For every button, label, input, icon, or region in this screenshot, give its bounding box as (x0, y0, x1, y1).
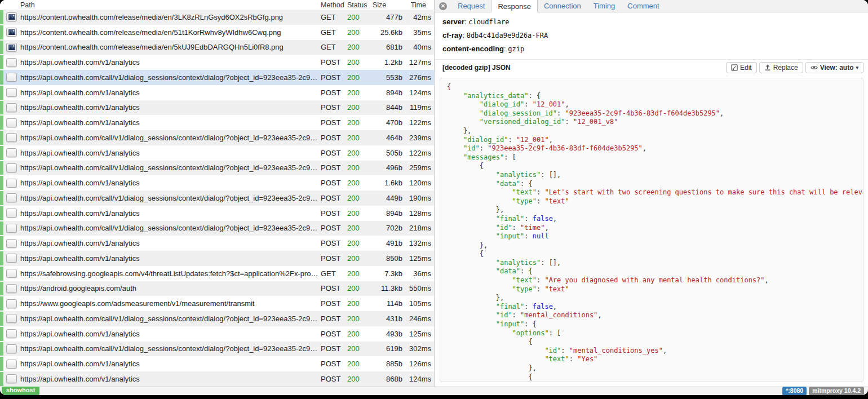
flow-row[interactable]: https://api.owhealth.com/v1/analyticsPOS… (0, 251, 434, 266)
flow-row[interactable]: https://api.owhealth.com/call/v1/dialog_… (0, 130, 434, 145)
decoded-content-label: [decoded gzip] JSON (442, 64, 724, 72)
screenshot-bottom-edge (0, 395, 868, 399)
flow-row[interactable]: https://android.googleapis.com/authPOST2… (0, 281, 434, 296)
flow-row[interactable]: https://content.owhealth.com/release/med… (0, 25, 434, 40)
header-name: server (442, 17, 464, 26)
json-line: "final": false, (447, 303, 856, 312)
flow-method: POST (321, 375, 347, 383)
flow-row[interactable]: https://api.owhealth.com/call/v1/dialog_… (0, 70, 434, 85)
json-line: "dialog_session_id": "923eea35-2c9f-4b36… (447, 109, 856, 118)
document-icon (6, 269, 17, 278)
view-mode-button[interactable]: View: auto ▾ (805, 62, 863, 73)
main-area: Path Method Status Size Time https://con… (0, 0, 868, 387)
flow-marker (0, 55, 3, 69)
response-body-json[interactable]: { "analytics_data": { "dialog_id": "12_0… (440, 78, 863, 382)
document-icon (6, 179, 17, 188)
tab-request[interactable]: Request (451, 0, 491, 12)
flow-list[interactable]: https://content.owhealth.com/release/med… (0, 10, 434, 387)
flow-size: 477b (371, 13, 402, 21)
flow-size: 449b (371, 194, 402, 202)
document-icon (6, 193, 17, 202)
flow-status: 200 (347, 13, 371, 21)
flow-row[interactable]: https://api.owhealth.com/v1/analyticsPOS… (0, 326, 434, 342)
flow-marker (0, 342, 3, 356)
flow-row[interactable]: https://content.owhealth.com/release/med… (0, 40, 434, 55)
json-line: "analytics": [], (447, 259, 856, 268)
flow-row[interactable]: https://api.owhealth.com/v1/analyticsPOS… (0, 175, 434, 190)
flow-path: https://api.owhealth.com/v1/analytics (20, 58, 321, 66)
flow-row[interactable]: https://api.owhealth.com/v1/analyticsPOS… (0, 55, 434, 70)
json-line: "final": false, (447, 215, 856, 224)
tab-comment[interactable]: Comment (621, 0, 665, 12)
flow-row[interactable]: https://api.owhealth.com/call/v1/dialog_… (0, 221, 434, 236)
flow-time: 246ms (402, 314, 434, 323)
flow-time: 124ms (402, 88, 434, 97)
flow-path: https://api.owhealth.com/v1/analytics (20, 88, 321, 97)
json-line: "input": { (447, 320, 856, 329)
flow-row[interactable]: https://api.owhealth.com/v1/analyticsPOS… (0, 115, 434, 130)
flow-path: https://api.owhealth.com/v1/analytics (20, 149, 321, 157)
column-header-method: Method (321, 1, 347, 9)
mitmweb-window: Path Method Status Size Time https://con… (0, 0, 868, 395)
flow-status: 200 (347, 73, 371, 82)
flow-row[interactable]: https://safebrowsing.googleapis.com/v4/t… (0, 266, 434, 281)
response-header-line: content-encoding: gzip (442, 45, 860, 53)
flow-path: https://api.owhealth.com/v1/analytics (20, 375, 321, 383)
flow-row[interactable]: https://api.owhealth.com/call/v1/dialog_… (0, 311, 434, 326)
tab-response[interactable]: Response (491, 0, 538, 12)
flow-time: 35ms (402, 28, 434, 37)
flow-row[interactable]: https://api.owhealth.com/call/v1/dialog_… (0, 342, 434, 357)
document-icon (6, 239, 17, 248)
flow-status: 200 (347, 224, 371, 232)
json-line: "dialog_id": "12_001", (447, 100, 856, 109)
flow-row[interactable]: https://api.owhealth.com/v1/analyticsPOS… (0, 371, 434, 387)
flow-marker (0, 357, 3, 371)
flow-marker (0, 312, 3, 326)
flow-path: https://content.owhealth.com/release/med… (20, 43, 321, 51)
flow-marker (0, 251, 3, 265)
flow-method: POST (321, 194, 347, 202)
json-line: { (447, 83, 856, 92)
flow-row[interactable]: https://api.owhealth.com/call/v1/dialog_… (0, 161, 434, 176)
flow-method: POST (321, 103, 347, 112)
flow-method: POST (321, 88, 347, 97)
flow-row[interactable]: https://api.owhealth.com/v1/analyticsPOS… (0, 356, 434, 371)
tab-timing[interactable]: Timing (587, 0, 622, 12)
flow-path: https://api.owhealth.com/v1/analytics (20, 239, 321, 247)
flow-row[interactable]: https://api.owhealth.com/v1/analyticsPOS… (0, 206, 434, 221)
flow-method: POST (321, 163, 347, 172)
edit-button[interactable]: Edit (726, 62, 757, 73)
flow-size: 894b (371, 88, 402, 97)
json-line: "analytics_data": { (447, 92, 856, 101)
flow-path: https://content.owhealth.com/release/med… (20, 13, 321, 21)
json-line: "input": null (447, 232, 856, 241)
detail-tabs: ✕ RequestResponseConnectionTimingComment (435, 0, 868, 12)
flow-method: POST (321, 149, 347, 157)
close-icon[interactable]: ✕ (439, 2, 447, 10)
tab-connection[interactable]: Connection (538, 0, 587, 12)
eye-icon (811, 65, 818, 70)
flow-row[interactable]: https://api.owhealth.com/v1/analyticsPOS… (0, 85, 434, 100)
json-line: "data": { (447, 267, 856, 276)
replace-button[interactable]: Replace (759, 62, 803, 73)
flow-time: 127ms (402, 58, 434, 66)
flow-method: POST (321, 134, 347, 142)
flow-size: 1.2kb (371, 58, 402, 66)
flow-size: 619b (371, 344, 402, 353)
flow-row[interactable]: https://content.owhealth.com/release/med… (0, 10, 434, 25)
document-icon (6, 73, 17, 82)
flow-path: https://api.owhealth.com/v1/analytics (20, 360, 321, 368)
flow-status: 200 (347, 43, 371, 51)
flow-row[interactable]: https://api.owhealth.com/call/v1/dialog_… (0, 190, 434, 206)
image-icon (6, 43, 17, 52)
header-name: cf-ray (442, 31, 462, 39)
json-line: }, (447, 294, 856, 303)
flow-row[interactable]: https://api.owhealth.com/v1/analyticsPOS… (0, 145, 434, 161)
flow-row[interactable]: https://api.owhealth.com/v1/analyticsPOS… (0, 100, 434, 116)
document-icon (6, 254, 17, 263)
proxy-address-badge: *:8080 (782, 387, 807, 395)
flow-row[interactable]: https://api.owhealth.com/v1/analyticsPOS… (0, 236, 434, 251)
flow-size: 7.3kb (371, 269, 402, 278)
flow-row[interactable]: https://www.googleapis.com/adsmeasuremen… (0, 296, 434, 311)
flow-marker (0, 236, 3, 250)
